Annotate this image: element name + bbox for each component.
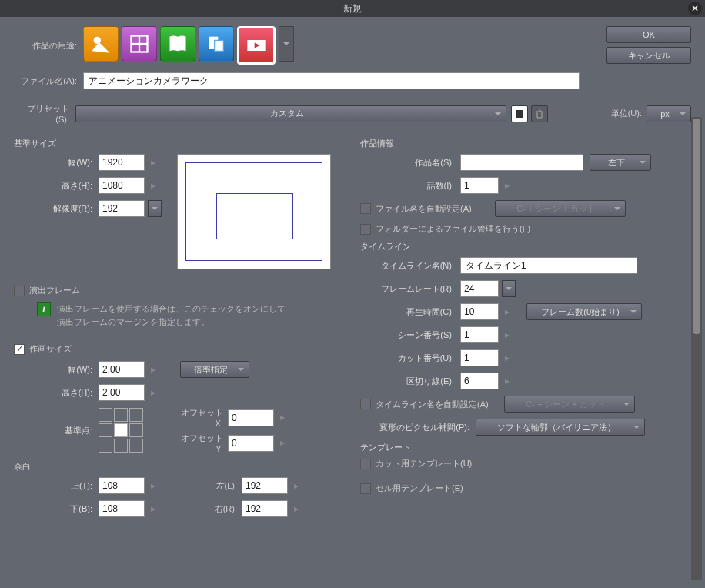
- cel-template-label: セル用テンプレート(E): [376, 483, 463, 494]
- height-spin[interactable]: [149, 182, 157, 189]
- close-button[interactable]: ✕: [688, 2, 702, 15]
- purpose-dropdown[interactable]: [279, 26, 294, 62]
- auto-timeline-checkbox[interactable]: [360, 399, 371, 409]
- scene-label: シーン番号(S):: [360, 329, 460, 341]
- margin-left-spin[interactable]: [292, 483, 300, 489]
- purpose-print-icon[interactable]: [199, 26, 234, 62]
- preset-label: プリセット(S):: [14, 103, 75, 124]
- frame-count-select[interactable]: フレーム数(0始まり): [526, 303, 642, 320]
- playtime-spin[interactable]: [503, 309, 511, 316]
- offsety-input[interactable]: [228, 435, 274, 452]
- purpose-icons: [83, 26, 294, 65]
- direction-frame-checkbox[interactable]: [14, 286, 25, 296]
- draw-height-label: 高さ(H):: [14, 387, 99, 399]
- folder-mgmt-label: フォルダーによるファイル管理を行う(F): [376, 223, 530, 235]
- episode-input[interactable]: [460, 177, 499, 194]
- margin-bottom-spin[interactable]: [149, 506, 157, 513]
- purpose-animation-icon[interactable]: [237, 26, 276, 65]
- timeline-name-input[interactable]: [460, 257, 637, 274]
- purpose-comic-icon[interactable]: [122, 26, 157, 62]
- filename-label: ファイル名(A):: [14, 75, 83, 87]
- auto-timeline-label: タイムライン名を自動設定(A): [376, 399, 489, 410]
- preset-delete-icon[interactable]: [531, 105, 548, 122]
- purpose-book-icon[interactable]: [160, 26, 195, 62]
- offsety-label: オフセットY:: [174, 433, 228, 453]
- template-head: テンプレート: [360, 442, 691, 453]
- draw-width-spin[interactable]: [149, 366, 157, 373]
- auto-filename-checkbox[interactable]: [360, 203, 371, 214]
- margin-top-input[interactable]: [99, 477, 145, 494]
- pixel-interp-label: 変形のピクセル補間(P):: [360, 422, 476, 433]
- preset-select[interactable]: カスタム: [75, 105, 506, 122]
- cut-template-label: カット用テンプレート(U): [376, 458, 472, 469]
- timeline-head: タイムライン: [360, 241, 691, 252]
- episode-label: 話数(I):: [360, 180, 460, 192]
- svg-point-0: [94, 37, 101, 44]
- offsety-spin[interactable]: [279, 439, 286, 446]
- cancel-button[interactable]: キャンセル: [606, 47, 691, 64]
- margin-right-spin[interactable]: [292, 506, 300, 513]
- unit-label: 単位(U):: [611, 108, 642, 119]
- anchor-grid[interactable]: [99, 408, 143, 453]
- preset-save-icon[interactable]: [511, 105, 528, 122]
- scene-input[interactable]: [460, 326, 499, 343]
- margin-left-input[interactable]: [242, 477, 288, 494]
- divider-label: 区切り線(E):: [360, 376, 460, 387]
- cel-template-checkbox[interactable]: [360, 483, 371, 494]
- timeline-name-label: タイムライン名(N):: [360, 260, 460, 272]
- anchor-label: 基準点:: [14, 425, 99, 436]
- resolution-label: 解像度(R):: [14, 203, 99, 215]
- auto-filename-format[interactable]: C- + シーン + カット: [495, 200, 626, 217]
- width-spin[interactable]: [149, 159, 157, 166]
- svg-rect-5: [215, 40, 224, 51]
- offsetx-input[interactable]: [228, 409, 274, 426]
- fps-label: フレームレート(R):: [360, 283, 460, 295]
- filename-input[interactable]: [83, 72, 580, 89]
- divider-input[interactable]: [460, 373, 499, 389]
- scrollbar-thumb[interactable]: [693, 119, 700, 334]
- offsetx-spin[interactable]: [279, 414, 286, 421]
- folder-mgmt-checkbox[interactable]: [360, 224, 371, 235]
- auto-timeline-format[interactable]: C- + シーン + カット: [504, 396, 635, 413]
- purpose-illustration-icon[interactable]: [83, 26, 119, 62]
- draw-height-spin[interactable]: [149, 389, 157, 396]
- scale-mode-select[interactable]: 倍率指定: [180, 361, 249, 378]
- info-icon: i: [37, 302, 51, 316]
- resolution-input[interactable]: [99, 200, 145, 217]
- pixel-interp-select[interactable]: ソフトな輪郭（バイリニア法）: [476, 419, 645, 436]
- scrollbar[interactable]: [691, 117, 702, 580]
- purpose-label: 作品の用途:: [14, 40, 83, 52]
- draw-height-input[interactable]: [99, 384, 145, 401]
- cut-input[interactable]: [460, 349, 499, 366]
- scene-spin[interactable]: [503, 332, 511, 339]
- height-input[interactable]: [99, 177, 145, 194]
- margin-bottom-input[interactable]: [99, 500, 145, 517]
- direction-frame-label: 演出フレーム: [29, 285, 80, 296]
- cut-spin[interactable]: [503, 355, 511, 362]
- fps-drop[interactable]: [502, 280, 516, 297]
- name-position-select[interactable]: 左下: [590, 154, 651, 171]
- margin-right-input[interactable]: [242, 500, 288, 517]
- cut-template-checkbox[interactable]: [360, 459, 371, 469]
- playtime-input[interactable]: [460, 303, 499, 320]
- width-input[interactable]: [99, 154, 145, 171]
- unit-select[interactable]: px: [647, 105, 691, 122]
- ok-button[interactable]: OK: [606, 26, 691, 43]
- cut-label: カット番号(U):: [360, 352, 460, 364]
- draw-size-checkbox[interactable]: [14, 344, 25, 355]
- work-name-label: 作品名(S):: [360, 157, 460, 169]
- dialog-title: 新規: [343, 2, 362, 15]
- svg-rect-8: [516, 110, 523, 118]
- canvas-preview: [177, 154, 331, 269]
- draw-width-input[interactable]: [99, 361, 145, 378]
- margin-right-label: 右(R):: [180, 503, 242, 515]
- titlebar: 新規 ✕: [0, 0, 705, 17]
- divider-spin[interactable]: [503, 378, 511, 385]
- margin-top-label: 上(T):: [14, 480, 99, 492]
- margin-top-spin[interactable]: [149, 483, 157, 489]
- resolution-drop[interactable]: [148, 200, 162, 217]
- draw-width-label: 幅(W):: [14, 364, 99, 376]
- work-name-input[interactable]: [460, 154, 583, 171]
- fps-input[interactable]: [460, 280, 499, 297]
- episode-spin[interactable]: [503, 182, 511, 189]
